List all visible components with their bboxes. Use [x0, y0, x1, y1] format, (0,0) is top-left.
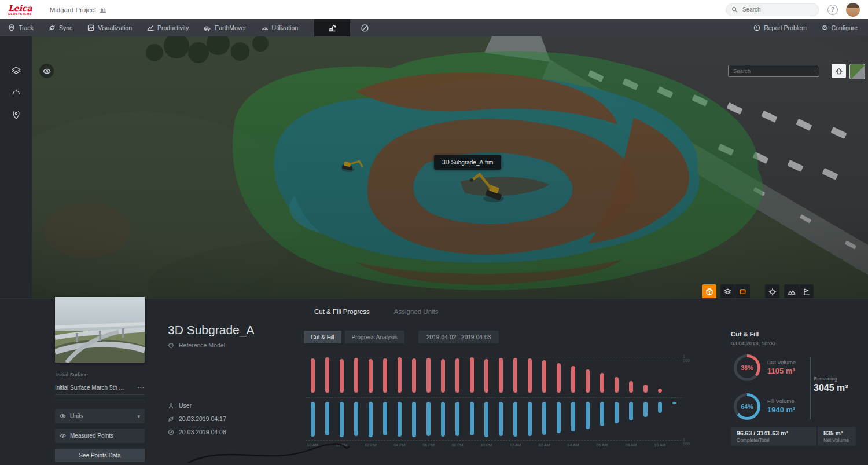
cut-bar — [412, 358, 416, 393]
main-toolbar: Track Sync Visualization Productivity Ea… — [0, 19, 868, 36]
filter-progress-analysis[interactable]: Progress Analysis — [345, 331, 404, 343]
more-options-icon[interactable]: ⋯ — [137, 383, 145, 391]
chart-bar-pair[interactable]: 02 AM — [537, 354, 551, 449]
stats-title: Cut & Fill — [731, 331, 759, 338]
fill-bar — [470, 402, 474, 435]
report-problem-button[interactable]: Report Problem — [753, 24, 807, 31]
location-pin-icon — [11, 109, 21, 120]
fill-volume-label: Fill Volume — [767, 398, 794, 404]
model-thumbnail[interactable] — [55, 297, 145, 363]
chart-bar-pair[interactable] — [320, 354, 334, 449]
chart-bar-pair[interactable]: 10 AM — [306, 354, 320, 449]
terrain-view-button[interactable] — [784, 284, 799, 298]
chart-bar-pair[interactable] — [609, 354, 624, 449]
cut-volume-value: 1105 m³ — [767, 367, 795, 375]
chart-bars: 10 AM12 PM02 PM04 PM06 PM08 PM10 PM12 AM… — [306, 354, 682, 449]
measured-points-toggle-row[interactable]: Measured Points — [55, 429, 145, 443]
brand-subtitle: GEOSYSTEMS — [8, 13, 32, 16]
x-axis-label: 04 AM — [568, 443, 579, 449]
home-view-button[interactable] — [832, 64, 846, 78]
chart-bar-pair[interactable] — [638, 354, 653, 449]
cut-fill-chart: 1 000 1 000 10 AM12 PM02 PM04 PM06 PM08 … — [306, 354, 692, 456]
surface-layers-icon — [724, 288, 731, 295]
map-search-input[interactable] — [732, 67, 811, 75]
filter-cut-fill[interactable]: Cut & Fill — [304, 331, 341, 343]
units-toggle-row[interactable]: Units ▾ — [55, 409, 145, 423]
surface-style-button[interactable] — [720, 284, 735, 298]
chart-bar-pair[interactable] — [494, 354, 508, 449]
tab-earthmover[interactable]: EarthMover — [204, 24, 246, 31]
user-row: User — [168, 402, 192, 409]
y-axis-label: 1 000 — [683, 354, 692, 363]
chart-bar-pair[interactable] — [407, 354, 421, 449]
map-viewport[interactable]: 3D Subgrade_A.frm — [32, 36, 868, 298]
basemap-toggle-button[interactable] — [849, 64, 865, 79]
chart-bar-pair[interactable]: 04 PM — [392, 354, 407, 449]
tab-productivity[interactable]: Productivity — [147, 24, 189, 31]
project-name[interactable]: Midgard Project — [50, 6, 107, 13]
global-search[interactable] — [726, 3, 819, 16]
cut-bar — [426, 358, 431, 393]
chart-bar-pair[interactable]: 12 AM — [508, 354, 523, 449]
user-avatar[interactable] — [846, 3, 860, 17]
chart-bar-pair[interactable]: 08 PM — [450, 354, 465, 449]
configure-button[interactable]: ⚙ Configure — [822, 24, 858, 31]
chart-bar-pair[interactable]: 06 PM — [421, 354, 436, 449]
excavator-icon — [328, 23, 337, 32]
tab-machine-selected[interactable] — [314, 19, 350, 36]
volumes-tool-button[interactable] — [702, 284, 716, 298]
chart-bar-pair[interactable] — [551, 354, 566, 449]
chart-bar-pair[interactable] — [465, 354, 479, 449]
equipment-tool-button[interactable] — [11, 87, 21, 98]
disabled-tool-button[interactable] — [361, 24, 369, 32]
tab-cut-fill-progress[interactable]: Cut & Fill Progress — [314, 308, 370, 315]
see-points-data-button[interactable]: See Points Data — [55, 449, 145, 462]
circle-slash-icon — [361, 24, 369, 32]
eye-icon — [60, 413, 66, 419]
date-range-picker[interactable]: 2019-04-02 - 2019-04-03 — [418, 331, 499, 343]
x-axis-label: 06 PM — [422, 443, 434, 449]
chart-bar-pair[interactable]: 12 PM — [334, 354, 349, 449]
x-axis-label: 12 AM — [510, 443, 521, 449]
layers-tool-button[interactable] — [11, 65, 21, 76]
location-tool-button[interactable] — [11, 109, 21, 120]
chart-bar-pair[interactable] — [378, 354, 392, 449]
visibility-toggle-button[interactable] — [39, 64, 54, 78]
cut-bar — [586, 369, 590, 393]
chart-bar-pair[interactable]: 10 AM — [653, 354, 667, 449]
fill-bar — [441, 402, 445, 437]
app-header: Leica GEOSYSTEMS Midgard Project ? — [0, 0, 868, 19]
tab-visualization[interactable]: Visualization — [87, 24, 132, 31]
help-button[interactable]: ? — [827, 5, 838, 15]
chart-bar-pair[interactable] — [349, 354, 363, 449]
map-search[interactable] — [728, 65, 819, 77]
chart-bar-pair[interactable] — [580, 354, 595, 449]
panel-toggle-button[interactable] — [735, 284, 750, 298]
chart-bar-pair[interactable]: 02 PM — [363, 354, 378, 449]
tab-assigned-units[interactable]: Assigned Units — [394, 308, 439, 315]
cut-bar — [499, 358, 503, 393]
fill-bar — [615, 402, 619, 423]
chart-bar-pair[interactable]: 04 AM — [566, 354, 580, 449]
chart-bar-pair[interactable] — [523, 354, 537, 449]
chart-bar-pair[interactable]: 08 AM — [624, 354, 638, 449]
slope-view-button[interactable] — [799, 284, 814, 298]
global-search-input[interactable] — [741, 6, 801, 13]
center-view-button[interactable] — [765, 284, 779, 298]
cut-bar — [658, 389, 662, 393]
complete-total-box: 96.63 / 3141.63 m³ Complete/Total — [731, 427, 816, 446]
search-icon — [814, 68, 815, 74]
fill-bar — [629, 402, 633, 420]
initial-surface-select[interactable]: Initial Surface March 5th ... ⋯ — [55, 380, 145, 395]
tab-sync[interactable]: Sync — [49, 24, 72, 31]
chart-bar-pair[interactable] — [436, 354, 450, 449]
verified-date-row: 20.03.2019 04:08 — [168, 429, 226, 435]
chart-bar-pair[interactable] — [667, 354, 682, 449]
tab-utilization[interactable]: Utilization — [262, 24, 299, 31]
fill-bar — [586, 402, 590, 429]
cut-bar — [571, 366, 575, 393]
chart-bar-pair[interactable]: 10 PM — [479, 354, 494, 449]
chart-bar-pair[interactable]: 06 AM — [595, 354, 609, 449]
sync-icon — [49, 24, 56, 31]
tab-track[interactable]: Track — [8, 24, 34, 31]
